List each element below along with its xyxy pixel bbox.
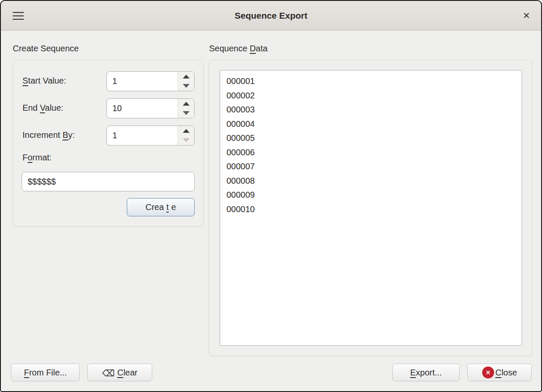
sequence-data-item: 000005 bbox=[226, 131, 522, 146]
start-value-spin-up-icon[interactable] bbox=[178, 72, 194, 81]
export-button[interactable]: Export... bbox=[392, 364, 460, 381]
increment-by-label: Increment By: bbox=[22, 130, 75, 140]
increment-by-spin-up-icon[interactable] bbox=[178, 126, 194, 136]
start-value-label: Start Value: bbox=[22, 76, 66, 86]
start-value-spinbox bbox=[106, 71, 195, 91]
end-value-spin-up-icon[interactable] bbox=[178, 99, 194, 109]
increment-by-spin-buttons bbox=[178, 126, 194, 145]
increment-by-input[interactable] bbox=[107, 126, 178, 145]
create-button[interactable]: Create bbox=[127, 198, 195, 216]
end-value-spin-down-icon[interactable] bbox=[178, 109, 194, 118]
increment-by-spin-down-icon[interactable] bbox=[178, 136, 194, 146]
sequence-data-item: 000009 bbox=[226, 188, 522, 202]
sequence-data-item: 000001 bbox=[226, 74, 522, 89]
sequence-export-dialog: Sequence Export ✕ Create Sequence Sequen… bbox=[0, 0, 542, 392]
window-close-icon[interactable]: ✕ bbox=[522, 1, 530, 31]
sequence-data-group: 0000010000020000030000040000050000060000… bbox=[209, 60, 532, 356]
sequence-data-item: 000004 bbox=[226, 117, 522, 132]
end-value-spin-buttons bbox=[178, 99, 194, 118]
from-file-button[interactable]: From File... bbox=[11, 364, 80, 381]
clear-button[interactable]: ⌫ Clear bbox=[87, 364, 152, 381]
format-label: Format: bbox=[22, 153, 52, 162]
sequence-data-item: 000010 bbox=[226, 202, 522, 217]
format-input[interactable] bbox=[22, 172, 194, 191]
close-x-icon: ✕ bbox=[482, 367, 494, 378]
window-title: Sequence Export bbox=[1, 1, 541, 31]
sequence-data-heading: Sequence Data bbox=[209, 44, 268, 53]
end-value-label: End Value: bbox=[22, 103, 63, 113]
clear-backspace-icon: ⌫ bbox=[102, 369, 115, 378]
start-value-input[interactable] bbox=[107, 72, 178, 91]
end-value-spinbox bbox=[106, 98, 195, 118]
sequence-data-item: 000008 bbox=[226, 174, 522, 188]
create-sequence-heading: Create Sequence bbox=[13, 44, 79, 53]
sequence-data-item: 000006 bbox=[226, 146, 522, 160]
titlebar: Sequence Export ✕ bbox=[1, 1, 541, 31]
create-sequence-group: Start Value: End Value: Increment By: bbox=[13, 60, 204, 227]
sequence-data-listbox[interactable]: 0000010000020000030000040000050000060000… bbox=[220, 70, 522, 346]
sequence-data-item: 000007 bbox=[226, 160, 522, 174]
start-value-spin-down-icon[interactable] bbox=[178, 81, 194, 91]
format-entry bbox=[22, 172, 195, 191]
close-button[interactable]: ✕ Close bbox=[467, 364, 532, 381]
sequence-data-item: 000003 bbox=[226, 103, 522, 117]
increment-by-spinbox bbox=[106, 126, 195, 146]
start-value-spin-buttons bbox=[178, 72, 194, 91]
end-value-input[interactable] bbox=[107, 99, 178, 118]
sequence-data-item: 000002 bbox=[226, 89, 522, 103]
